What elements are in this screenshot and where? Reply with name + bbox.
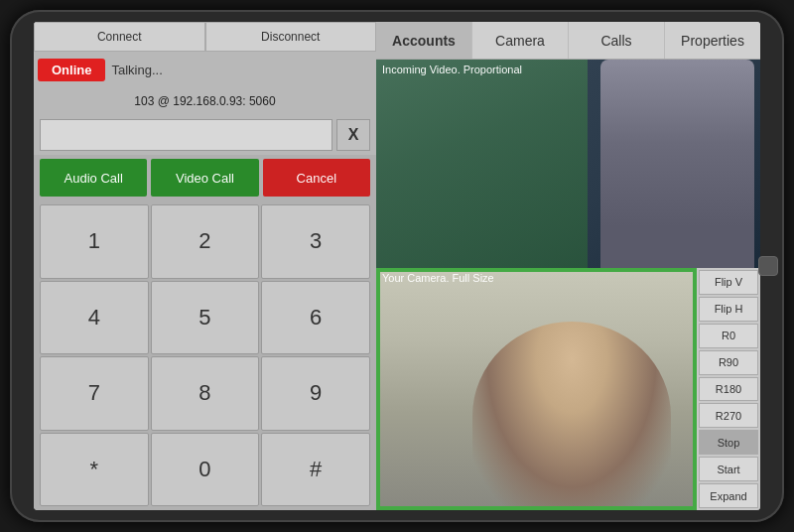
incoming-video-label: Incoming Video. Proportional <box>382 64 522 75</box>
cam-ctrl-r270[interactable]: R270 <box>699 403 758 428</box>
tablet-frame: Connect Disconnect Online Talking... 103… <box>10 10 784 522</box>
key-4[interactable]: 4 <box>40 281 149 355</box>
cam-ctrl-expand[interactable]: Expand <box>699 483 758 508</box>
status-bar: Online Talking... <box>34 52 376 87</box>
left-panel: Connect Disconnect Online Talking... 103… <box>34 22 376 510</box>
dial-input[interactable] <box>40 119 332 151</box>
cam-ctrl-flip h[interactable]: Flip H <box>699 297 758 322</box>
camera-controls: Flip VFlip HR0R90R180R270StopStartExpand <box>697 268 760 510</box>
tab-accounts[interactable]: Accounts <box>376 22 472 59</box>
key-2[interactable]: 2 <box>151 204 260 279</box>
cam-ctrl-flip v[interactable]: Flip V <box>699 270 758 295</box>
online-badge: Online <box>38 59 105 81</box>
keypad: 123456789*0# <box>34 200 376 510</box>
cam-ctrl-r180[interactable]: R180 <box>699 377 758 402</box>
sip-bar: 103 @ 192.168.0.93 : 5060 <box>34 87 376 115</box>
key-3[interactable]: 3 <box>261 204 370 279</box>
action-row: Audio Call Video Call Cancel <box>34 155 376 200</box>
cam-ctrl-stop[interactable]: Stop <box>699 430 758 455</box>
right-panel: Accounts Camera Calls Properties Incomin… <box>376 22 760 510</box>
tab-calls[interactable]: Calls <box>569 22 665 59</box>
key-*[interactable]: * <box>40 433 149 507</box>
your-camera-label: Your Camera. Full Size <box>382 272 494 284</box>
your-camera-content <box>376 268 697 510</box>
tabs-bar: Accounts Camera Calls Properties <box>376 22 760 60</box>
input-row: X <box>34 115 376 155</box>
key-0[interactable]: 0 <box>151 433 260 507</box>
disconnect-button[interactable]: Disconnect <box>205 22 377 52</box>
cam-ctrl-r90[interactable]: R90 <box>699 350 758 375</box>
key-5[interactable]: 5 <box>151 281 260 355</box>
key-8[interactable]: 8 <box>151 356 260 431</box>
sip-port: : 5060 <box>242 94 275 108</box>
cam-ctrl-start[interactable]: Start <box>699 457 758 481</box>
clear-button[interactable]: X <box>336 119 370 151</box>
your-camera-area: Your Camera. Full Size Flip VFlip HR0R90… <box>376 268 760 510</box>
key-#[interactable]: # <box>261 433 370 507</box>
tab-camera[interactable]: Camera <box>472 22 569 59</box>
key-9[interactable]: 9 <box>261 356 370 431</box>
home-button[interactable] <box>758 256 778 276</box>
video-call-button[interactable]: Video Call <box>151 159 258 197</box>
incoming-video: Incoming Video. Proportional <box>376 60 760 268</box>
audio-call-button[interactable]: Audio Call <box>40 159 147 197</box>
cam-ctrl-r0[interactable]: R0 <box>699 324 758 348</box>
talking-label: Talking... <box>111 63 162 77</box>
cancel-button[interactable]: Cancel <box>263 159 370 197</box>
sip-address: 103 @ 192.168.0.93 <box>134 94 242 108</box>
incoming-video-content <box>376 60 760 268</box>
video-area: Incoming Video. Proportional Your Camera… <box>376 60 760 510</box>
connect-button[interactable]: Connect <box>34 22 205 52</box>
connect-bar: Connect Disconnect <box>34 22 376 52</box>
tab-properties[interactable]: Properties <box>665 22 760 59</box>
key-1[interactable]: 1 <box>40 204 149 279</box>
key-6[interactable]: 6 <box>261 281 370 355</box>
tablet-screen: Connect Disconnect Online Talking... 103… <box>34 22 760 510</box>
key-7[interactable]: 7 <box>40 356 149 431</box>
